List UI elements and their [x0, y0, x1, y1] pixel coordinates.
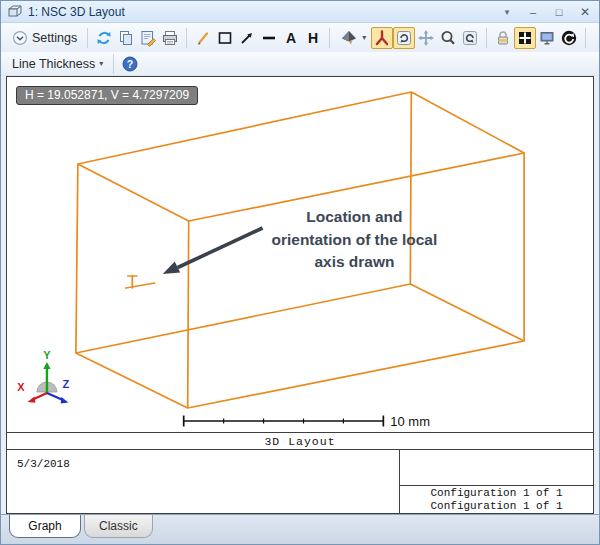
settings-label: Settings [32, 31, 77, 45]
info-region: 5/3/2018 Configuration 1 of 1 Configurat… [7, 450, 593, 513]
window-title: 1: NSC 3D Layout [28, 5, 499, 19]
fit-to-window-icon [516, 29, 534, 47]
main-toolbar: Settings [1, 23, 599, 52]
draw-line-button[interactable] [258, 27, 280, 49]
pencil-icon [194, 29, 212, 47]
chevron-down-circle-icon [12, 30, 28, 46]
axis-x-label: X [17, 381, 25, 393]
auto-update-button[interactable] [558, 27, 580, 49]
lock-button[interactable] [492, 27, 514, 49]
line-thickness-dropdown[interactable]: Line Thickness ▾ [7, 53, 108, 75]
graph-panel: Location and orientation of the local ax… [6, 76, 594, 514]
ruler-tool-button[interactable]: H [302, 27, 324, 49]
annotation-arrow [163, 228, 263, 274]
tab-classic-label: Classic [99, 519, 138, 533]
nsc-3d-layout-window: 1: NSC 3D Layout ▾ – □ ✕ Settings [0, 0, 600, 545]
toolbar-separator [87, 28, 88, 48]
graph-area: Location and orientation of the local ax… [1, 76, 599, 514]
help-button[interactable]: ? [119, 53, 141, 75]
save-icon [139, 29, 157, 47]
print-button[interactable] [159, 27, 181, 49]
configuration-info: Configuration 1 of 1 Configuration 1 of … [400, 486, 593, 513]
view-tabbar: Graph Classic [1, 514, 599, 544]
magnifier-icon [439, 29, 457, 47]
svg-text:axis drawn: axis drawn [314, 253, 394, 270]
tab-graph[interactable]: Graph [9, 515, 81, 538]
toolbar-separator [585, 28, 586, 48]
reset-orientation-icon [461, 29, 479, 47]
toolbar-separator [186, 28, 187, 48]
svg-text:orientation of the local: orientation of the local [272, 231, 438, 248]
refresh-button[interactable] [93, 27, 115, 49]
minimize-button[interactable]: – [525, 3, 541, 21]
rotate-view-button[interactable] [393, 27, 415, 49]
svg-text:?: ? [127, 57, 133, 69]
line-icon [260, 29, 278, 47]
rotate-icon [395, 29, 413, 47]
axis-triad: Y X Z [17, 349, 69, 403]
draw-rectangle-button[interactable] [214, 27, 236, 49]
text-tool-icon: A [286, 31, 296, 45]
plot-title-row: 3D Layout [7, 432, 593, 450]
refresh-icon [95, 29, 113, 47]
cursor-coordinates-tooltip: H = 19.052871, V = 4.7297209 [16, 86, 198, 105]
axis-y-label: Y [43, 349, 51, 361]
configuration-line: Configuration 1 of 1 [400, 487, 593, 500]
info-right-top-cell [400, 450, 593, 486]
info-left-cell: 5/3/2018 [7, 450, 399, 513]
pan-view-button[interactable] [415, 27, 437, 49]
secondary-toolbar: Line Thickness ▾ ? [1, 52, 599, 76]
line-thickness-label: Line Thickness [12, 57, 95, 71]
scale-bar-label: 10 mm [390, 414, 430, 429]
rectangle-icon [216, 29, 234, 47]
local-axis-button[interactable] [371, 27, 393, 49]
tab-classic[interactable]: Classic [84, 515, 153, 538]
close-button[interactable]: ✕ [577, 3, 593, 21]
toolbar-separator [113, 54, 114, 74]
wireframe-box [76, 92, 524, 408]
configuration-line: Configuration 1 of 1 [400, 500, 593, 513]
copy-to-clipboard-button[interactable] [536, 27, 558, 49]
zoom-view-button[interactable] [437, 27, 459, 49]
date-text: 5/3/2018 [17, 458, 70, 470]
help-icon: ? [121, 55, 139, 73]
auto-update-icon [560, 29, 578, 47]
maximize-button[interactable]: □ [551, 3, 567, 21]
local-axis-marker [126, 276, 155, 288]
toolbar-separator [486, 28, 487, 48]
scale-bar [184, 416, 384, 427]
text-tool-button[interactable]: A [280, 27, 302, 49]
local-axis-icon [373, 29, 391, 47]
copy-icon [117, 29, 135, 47]
annotation-text: Location and orientation of the local ax… [272, 208, 438, 270]
caret-down-icon: ▾ [99, 60, 103, 68]
reset-orientation-button[interactable] [459, 27, 481, 49]
monitor-icon [538, 29, 556, 47]
toolbar-separator [329, 28, 330, 48]
plot-title: 3D Layout [264, 435, 335, 448]
axis-z-label: Z [63, 378, 70, 390]
draw-arrow-button[interactable] [236, 27, 258, 49]
info-right-cell: Configuration 1 of 1 Configuration 1 of … [399, 450, 593, 513]
pan-icon [417, 29, 435, 47]
tab-graph-label: Graph [28, 519, 61, 533]
svg-text:Location and: Location and [306, 208, 402, 225]
draw-pencil-button[interactable] [192, 27, 214, 49]
layout-3d-viewport[interactable]: Location and orientation of the local ax… [7, 77, 593, 432]
save-button[interactable] [137, 27, 159, 49]
titlebar: 1: NSC 3D Layout ▾ – □ ✕ [1, 1, 599, 23]
ruler-tool-icon: H [308, 31, 318, 45]
view-orientation-button[interactable]: ▾ [335, 27, 371, 49]
layout-3d-drawing: Location and orientation of the local ax… [7, 77, 593, 432]
window-icon [7, 5, 23, 18]
copy-button[interactable] [115, 27, 137, 49]
caret-down-icon: ▾ [362, 34, 366, 42]
settings-button[interactable]: Settings [7, 27, 82, 49]
window-pin-icon[interactable]: ▾ [499, 3, 515, 21]
view-orientation-icon [340, 29, 358, 47]
print-icon [161, 29, 179, 47]
fit-to-window-button[interactable] [514, 27, 536, 49]
arrow-icon [238, 29, 256, 47]
lock-icon [494, 29, 512, 47]
